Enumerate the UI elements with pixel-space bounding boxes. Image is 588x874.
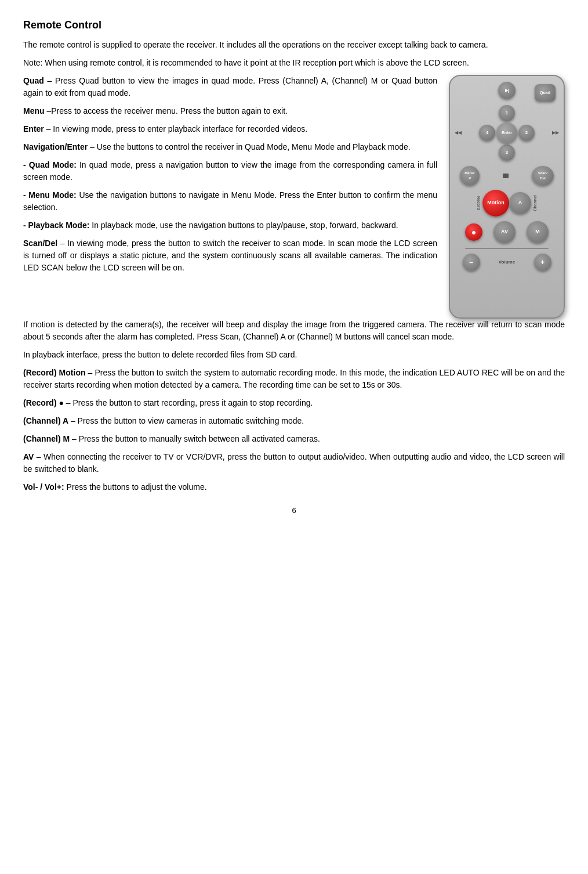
av-paragraph: AV – When connecting the receiver to TV …: [23, 451, 565, 475]
record-motion-paragraph: (Record) Motion – Press the button to sw…: [23, 367, 565, 391]
motion-button[interactable]: Motion: [482, 190, 509, 216]
channel-a-paragraph: (Channel) A – Press the button to view c…: [23, 415, 565, 427]
nav-enter-paragraph: Navigation/Enter – Use the buttons to co…: [23, 141, 437, 153]
playback-mode-label: - Playback Mode:: [23, 221, 89, 230]
vol-text: Press the buttons to adjust the volume.: [67, 482, 207, 492]
record-side-label: Record: [474, 196, 483, 210]
play-pause-button[interactable]: ▶|: [498, 82, 516, 99]
vol-label: Vol- / Vol+:: [23, 482, 64, 492]
playback-delete-paragraph: In playback interface, press the button …: [23, 349, 565, 361]
menu-text: –Press to access the receiver menu. Pres…: [46, 106, 288, 115]
enter-paragraph: Enter – In viewing mode, press to enter …: [23, 123, 437, 135]
stop-button[interactable]: [503, 174, 509, 178]
intro-paragraph-2: Note: When using remote control, it is r…: [23, 57, 565, 69]
remote-image-container: ▶| ◀◀ Enter 1 3 4 2 ▶▶ Menu/↵ Scan/Del: [449, 75, 565, 319]
volume-minus-button[interactable]: –: [463, 254, 480, 271]
nav-enter-text: – Use the buttons to control the receive…: [90, 142, 411, 151]
record-button[interactable]: ●: [465, 223, 482, 241]
record-btn-label: (Record) ●: [23, 398, 64, 407]
enter-text: – In viewing mode, press to enter playba…: [46, 124, 308, 133]
page-title: Remote Control: [23, 17, 565, 33]
right-arrow-icon: ▶▶: [552, 129, 559, 136]
record-m-row: ● AV M: [465, 221, 549, 243]
intro-paragraph-1: The remote control is supplied to operat…: [23, 39, 565, 51]
menu-label: Menu: [23, 106, 45, 115]
nav-down-button[interactable]: 3: [499, 145, 515, 161]
enter-button[interactable]: Enter: [496, 122, 517, 143]
scan-del-button[interactable]: Scan/Del: [532, 166, 554, 186]
volume-label: Volume: [499, 259, 515, 266]
record-btn-paragraph: (Record) ● – Press the button to start r…: [23, 397, 565, 409]
scan-del-label: Scan/Del: [23, 239, 57, 248]
motion-row: Record Motion A Channel: [455, 190, 559, 216]
channel-a-label: (Channel) A: [23, 416, 68, 425]
nav-right-button[interactable]: 2: [518, 125, 535, 141]
channel-a-text: – Press the button to view cameras in au…: [71, 416, 304, 425]
motion-detect-paragraph: If motion is detected by the camera(s), …: [23, 319, 565, 343]
scan-del-paragraph: Scan/Del – In viewing mode, press the bu…: [23, 237, 437, 274]
quad-button-area: Quad: [535, 84, 556, 102]
av-label: AV: [23, 452, 34, 461]
channel-side-label: Channel: [531, 195, 540, 211]
remote-divider: [465, 248, 549, 249]
quad-text: – Press Quad button to view the images i…: [23, 76, 437, 97]
playback-mode-paragraph: - Playback Mode: In playback mode, use t…: [23, 219, 437, 232]
page-number: 6: [23, 505, 565, 517]
volume-plus-button[interactable]: +: [534, 254, 551, 271]
menu-scan-row: Menu/↵ Scan/Del: [460, 166, 554, 186]
channel-m-paragraph: (Channel) M – Press the button to manual…: [23, 433, 565, 445]
nav-left-button[interactable]: 4: [479, 125, 495, 141]
remote-control: ▶| ◀◀ Enter 1 3 4 2 ▶▶ Menu/↵ Scan/Del: [449, 75, 565, 319]
nav-row-1: ◀◀ Enter 1 3 4 2 ▶▶: [455, 103, 559, 163]
menu-button[interactable]: Menu/↵: [460, 166, 480, 186]
scan-del-text: – In viewing mode, press the button to s…: [23, 239, 437, 272]
quad-mode-text: In quad mode, press a navigation button …: [23, 160, 437, 182]
record-motion-label: (Record) Motion: [23, 368, 86, 377]
nav-up-button[interactable]: 1: [499, 105, 515, 121]
channel-m-button[interactable]: M: [527, 221, 549, 243]
menu-mode-text: Use the navigation buttons to navigate i…: [23, 190, 437, 212]
menu-mode-label: - Menu Mode:: [23, 190, 77, 200]
left-arrow-icon: ◀◀: [455, 129, 462, 136]
remote-top-row: ▶|: [498, 82, 516, 99]
av-button[interactable]: AV: [493, 221, 516, 243]
channel-m-text: – Press the button to manually switch be…: [72, 434, 320, 443]
menu-paragraph: Menu –Press to access the receiver menu.…: [23, 105, 437, 117]
nav-enter-label: Navigation/Enter: [23, 142, 88, 151]
quad-mode-paragraph: - Quad Mode: In quad mode, press a navig…: [23, 159, 437, 183]
quad-mode-label: - Quad Mode:: [23, 160, 77, 169]
quad-button[interactable]: Quad: [535, 84, 556, 102]
quad-paragraph: Quad – Press Quad button to view the ima…: [23, 75, 437, 99]
channel-a-button[interactable]: A: [509, 192, 531, 214]
text-column: Quad – Press Quad button to view the ima…: [23, 75, 437, 280]
volume-row: – Volume +: [463, 254, 551, 271]
av-text: – When connecting the receiver to TV or …: [23, 452, 565, 474]
menu-mode-paragraph: - Menu Mode: Use the navigation buttons …: [23, 189, 437, 214]
nav-cluster: Enter 1 3 4 2: [478, 104, 536, 162]
vol-paragraph: Vol- / Vol+: Press the buttons to adjust…: [23, 481, 565, 493]
playback-mode-text: In playback mode, use the navigation but…: [92, 221, 398, 230]
record-btn-text: – Press the button to start recording, p…: [66, 398, 313, 407]
enter-label: Enter: [23, 124, 44, 133]
record-motion-text: – Press the button to switch the system …: [23, 368, 565, 389]
quad-label: Quad: [23, 76, 44, 85]
channel-m-label: (Channel) M: [23, 434, 70, 443]
main-content: Quad – Press Quad button to view the ima…: [23, 75, 565, 319]
